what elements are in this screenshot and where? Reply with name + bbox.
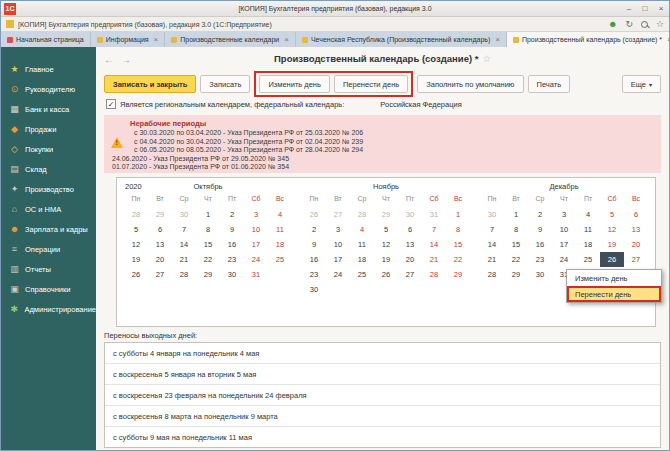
favorite-star-icon[interactable]: ☆ (482, 53, 491, 64)
transfer-row[interactable]: с субботы 4 января на понедельник 4 мая (105, 343, 660, 364)
calendar-day[interactable]: 9 (220, 222, 244, 237)
calendar-day[interactable]: 30 (220, 267, 244, 282)
sidebar-item-operations[interactable]: ≡Операции (1, 239, 96, 259)
save-button[interactable]: Записать (200, 75, 250, 93)
calendar-day[interactable]: 24 (326, 267, 350, 282)
calendar-day[interactable]: 11 (576, 222, 600, 237)
calendar-day[interactable]: 19 (374, 252, 398, 267)
calendar-day[interactable]: 26 (374, 267, 398, 282)
calendar-day[interactable]: 6 (398, 222, 422, 237)
federal-calendar-value[interactable]: Российская Федерация (380, 100, 461, 109)
sidebar-item-main[interactable]: ★Главное (1, 59, 96, 79)
calendar-day[interactable]: 16 (528, 237, 552, 252)
favorites-star-icon[interactable]: ☆ (656, 20, 664, 29)
calendar-day[interactable]: 5 (124, 222, 148, 237)
calendar-day[interactable]: 28 (422, 267, 446, 282)
calendar-day[interactable]: 26 (600, 252, 624, 267)
calendar-day[interactable]: 6 (148, 222, 172, 237)
close-button[interactable]: × (653, 2, 669, 16)
sidebar-item-bank-cash[interactable]: ▦Банк и касса (1, 99, 96, 119)
calendar-day[interactable]: 22 (504, 252, 528, 267)
tab-chechen-republic-calendar[interactable]: Чеченская Республика (Производственный к… (296, 32, 507, 47)
calendar-day[interactable]: 23 (302, 267, 326, 282)
user-icon[interactable]: ☻ (608, 20, 617, 29)
calendar-day[interactable]: 28 (350, 207, 374, 222)
calendar-day[interactable]: 30 (398, 207, 422, 222)
calendar-day[interactable]: 20 (148, 252, 172, 267)
calendar-day[interactable]: 10 (244, 222, 268, 237)
calendar-day[interactable]: 14 (480, 237, 504, 252)
calendar-day[interactable]: 11 (350, 237, 374, 252)
calendar-day[interactable]: 28 (480, 267, 504, 282)
calendar-day[interactable]: 7 (172, 222, 196, 237)
calendar-day[interactable]: 13 (624, 222, 648, 237)
sidebar-item-reports[interactable]: ▥Отчеты (1, 259, 96, 279)
sidebar-item-purchases[interactable]: ◇Покупки (1, 139, 96, 159)
calendar-day[interactable]: 29 (148, 207, 172, 222)
transfer-row[interactable]: с воскресенья 23 февраля на понедельник … (105, 385, 660, 406)
calendar-day[interactable]: 9 (528, 222, 552, 237)
calendar-day[interactable]: 4 (268, 207, 292, 222)
fill-default-button[interactable]: Заполнить по умолчанию (417, 75, 523, 93)
calendar-day[interactable]: 29 (504, 267, 528, 282)
calendar-day[interactable]: 14 (172, 237, 196, 252)
maximize-button[interactable]: □ (637, 2, 653, 16)
calendar-day[interactable]: 7 (422, 222, 446, 237)
calendar-day[interactable]: 29 (374, 207, 398, 222)
tab-production-calendar-new[interactable]: Производственный календарь (создание) *× (507, 32, 670, 47)
tab-production-calendars[interactable]: Производственные календари× (165, 32, 296, 47)
calendar-day[interactable]: 26 (302, 207, 326, 222)
calendar-day[interactable]: 3 (244, 207, 268, 222)
calendar-day[interactable]: 23 (528, 252, 552, 267)
calendar-day[interactable]: 17 (552, 237, 576, 252)
calendar-day[interactable]: 8 (504, 222, 528, 237)
calendar-day[interactable]: 25 (268, 252, 292, 267)
print-button[interactable]: Печать (528, 75, 571, 93)
calendar-day[interactable]: 5 (600, 207, 624, 222)
calendar-day[interactable]: 30 (302, 282, 326, 297)
calendar-day[interactable]: 30 (480, 207, 504, 222)
tab-close-icon[interactable]: × (154, 35, 159, 44)
calendar-day[interactable]: 5 (374, 222, 398, 237)
calendar-day[interactable]: 27 (326, 207, 350, 222)
calendar-day[interactable]: 27 (148, 267, 172, 282)
minimize-button[interactable]: – (621, 2, 637, 16)
tab-home[interactable]: Начальная страница (1, 32, 91, 47)
calendar-day[interactable]: 3 (326, 222, 350, 237)
tab-close-icon[interactable]: × (284, 35, 289, 44)
sidebar-item-fixed-assets[interactable]: ⌂ОС и НМА (1, 199, 96, 219)
calendar-day[interactable]: 26 (124, 267, 148, 282)
context-menu-item[interactable]: Перенести день (567, 286, 661, 302)
calendar-day[interactable]: 10 (552, 222, 576, 237)
context-menu-item[interactable]: Изменить день (567, 270, 661, 286)
calendar-day[interactable]: 4 (350, 222, 374, 237)
calendar-day[interactable]: 16 (302, 252, 326, 267)
calendar-day[interactable]: 21 (172, 252, 196, 267)
calendar-day[interactable]: 8 (446, 222, 470, 237)
calendar-day[interactable]: 30 (528, 267, 552, 282)
calendar-day[interactable]: 2 (302, 222, 326, 237)
calendar-day[interactable]: 19 (124, 252, 148, 267)
transfer-row[interactable]: с воскресенья 5 января на вторник 5 мая (105, 364, 660, 385)
sidebar-item-production[interactable]: ✦Производство (1, 179, 96, 199)
calendar-day[interactable]: 23 (220, 252, 244, 267)
calendar-day[interactable]: 18 (350, 252, 374, 267)
calendar-day[interactable]: 8 (196, 222, 220, 237)
calendar-day[interactable]: 1 (504, 207, 528, 222)
calendar-day[interactable]: 7 (480, 222, 504, 237)
calendar-day[interactable]: 19 (600, 237, 624, 252)
calendar-day[interactable]: 12 (374, 237, 398, 252)
sidebar-item-salary-hr[interactable]: ☻Зарплата и кадры (1, 219, 96, 239)
history-clock-icon[interactable]: ↻ (625, 20, 633, 29)
change-day-button[interactable]: Изменить день (259, 75, 330, 93)
calendar-day[interactable]: 24 (244, 252, 268, 267)
calendar-day[interactable]: 28 (124, 207, 148, 222)
move-day-button[interactable]: Перенести день (334, 75, 408, 93)
calendar-day[interactable]: 21 (480, 252, 504, 267)
calendar-day[interactable]: 4 (576, 207, 600, 222)
tab-information[interactable]: Информация× (91, 32, 166, 47)
calendar-day[interactable]: 2 (220, 207, 244, 222)
calendar-day[interactable]: 29 (446, 267, 470, 282)
calendar-day[interactable]: 18 (576, 237, 600, 252)
calendar-day[interactable]: 14 (422, 237, 446, 252)
